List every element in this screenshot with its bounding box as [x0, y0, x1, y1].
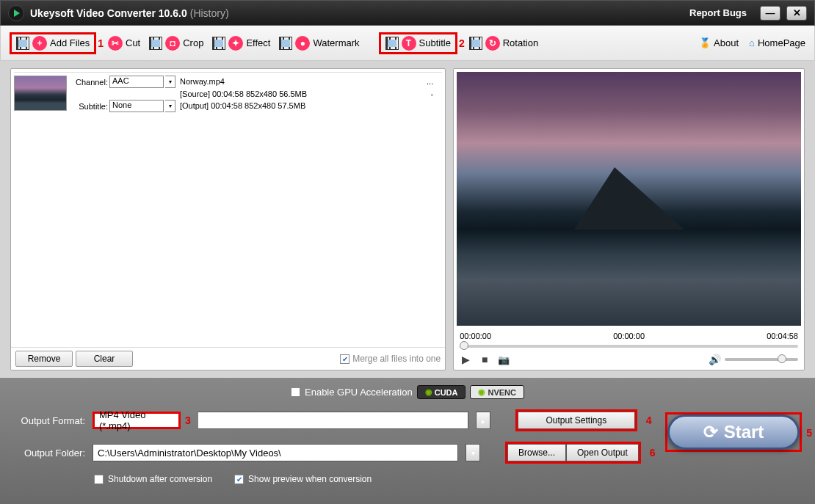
file-name: Norway.mp4 — [180, 76, 225, 88]
homepage-link[interactable]: ⌂ HomePage — [749, 37, 805, 48]
history-link[interactable]: (History) — [190, 7, 229, 19]
cut-button[interactable]: ✂ Cut — [104, 34, 145, 52]
remove-button[interactable]: Remove — [15, 351, 73, 367]
snapshot-button[interactable]: 📷 — [498, 354, 510, 365]
cuda-badge: ◉CUDA — [417, 385, 466, 399]
app-logo-icon — [8, 5, 24, 21]
scissors-icon: ✂ — [108, 36, 123, 51]
wand-icon: ✦ — [228, 36, 243, 51]
channel-label: Channel: — [71, 78, 108, 87]
time-mid: 00:00:00 — [613, 332, 645, 340]
subtitle-button[interactable]: T Subtitle — [379, 32, 457, 54]
volume-icon[interactable]: 🔊 — [709, 354, 720, 365]
close-button[interactable]: ✕ — [786, 6, 807, 21]
annotation-2: 2 — [459, 37, 465, 49]
time-current: 00:00:00 — [460, 332, 491, 340]
refresh-icon: ⟳ — [703, 422, 718, 442]
film-icon — [279, 37, 292, 50]
checkbox-icon: ✔ — [234, 475, 244, 484]
gpu-checkbox[interactable] — [291, 387, 300, 397]
rotate-icon: ↻ — [485, 36, 500, 51]
output-format-select[interactable]: MP4 Video (*.mp4) — [93, 412, 181, 429]
format-dropdown-button[interactable]: ▴ — [476, 412, 490, 429]
clear-button[interactable]: Clear — [76, 351, 133, 367]
output-format-label: Output Format: — [13, 415, 85, 426]
shutdown-checkbox[interactable]: Shutdown after conversion — [94, 474, 212, 484]
video-preview[interactable] — [457, 72, 801, 326]
gpu-label: Enable GPU Acceleration — [305, 387, 413, 398]
stop-button[interactable]: ■ — [479, 354, 490, 365]
add-files-button[interactable]: + Add Files — [10, 32, 96, 54]
titlebar: Ukeysoft Video Converter 10.6.0 (History… — [0, 0, 815, 26]
folder-dropdown-button[interactable]: ▾ — [466, 444, 480, 461]
film-icon — [385, 37, 399, 50]
annotation-5: 5 — [806, 427, 812, 439]
rotation-button[interactable]: ↻ Rotation — [465, 34, 543, 52]
start-button[interactable]: ⟳ Start — [667, 414, 800, 450]
file-options-button[interactable]: ... — [427, 76, 442, 88]
drop-icon: ● — [295, 36, 310, 51]
text-icon: T — [402, 36, 416, 51]
time-total: 00:04:58 — [767, 332, 798, 340]
volume-slider[interactable] — [725, 358, 798, 361]
film-icon — [16, 37, 29, 50]
add-files-label: Add Files — [50, 37, 90, 48]
merge-checkbox[interactable]: ✔ Merge all files into one — [340, 354, 441, 364]
seek-slider[interactable] — [460, 345, 798, 348]
show-preview-checkbox[interactable]: ✔ Show preview when conversion — [234, 474, 372, 484]
film-icon — [469, 37, 482, 50]
report-bugs-link[interactable]: Report Bugs — [689, 7, 747, 18]
output-settings-button[interactable]: Output Settings — [518, 412, 635, 429]
effect-button[interactable]: ✦ Effect — [208, 34, 275, 52]
film-icon — [149, 37, 162, 50]
output-panel: Enable GPU Acceleration ◉CUDA ◉NVENC Out… — [0, 378, 815, 504]
film-icon — [212, 37, 225, 50]
annotation-4: 4 — [646, 414, 652, 426]
nvenc-badge: ◉NVENC — [470, 385, 524, 399]
crop-button[interactable]: ◘ Crop — [145, 34, 208, 52]
minimize-button[interactable]: — — [760, 6, 780, 21]
about-link[interactable]: 🏅 About — [699, 37, 739, 48]
output-folder-input[interactable]: C:\Users\Administrator\Desktop\My Videos… — [93, 444, 458, 461]
toolbar: + Add Files 1 ✂ Cut ◘ Crop ✦ Effect ● Wa… — [0, 26, 815, 61]
annotation-1: 1 — [98, 37, 104, 49]
channel-select[interactable]: AAC — [109, 76, 164, 88]
play-button[interactable]: ▶ — [460, 354, 471, 365]
source-info: [Source] 00:04:58 852x480 56.5MB — [180, 88, 307, 101]
open-output-button[interactable]: Open Output — [566, 444, 639, 461]
medal-icon: 🏅 — [699, 37, 711, 48]
crop-icon: ◘ — [165, 36, 180, 51]
checkbox-icon — [94, 475, 104, 484]
annotation-3: 3 — [185, 414, 191, 426]
file-row[interactable]: Channel: AAC ▾ Subtitle: None ▾ Norway.m… — [14, 72, 442, 115]
output-info: [Output] 00:04:58 852x480 57.5MB — [180, 100, 442, 112]
preview-panel: 00:00:00 00:00:00 00:04:58 ▶ ■ 📷 🔊 — [453, 68, 805, 370]
video-thumbnail — [14, 76, 67, 111]
file-list-panel: Channel: AAC ▾ Subtitle: None ▾ Norway.m… — [10, 68, 446, 370]
subtitle-select[interactable]: None — [109, 100, 164, 112]
home-icon: ⌂ — [749, 37, 755, 48]
dash: - — [431, 88, 443, 101]
annotation-6: 6 — [650, 447, 656, 459]
checkbox-icon: ✔ — [340, 354, 349, 364]
output-folder-label: Output Folder: — [13, 448, 85, 459]
watermark-button[interactable]: ● Watermark — [275, 34, 363, 52]
chevron-down-icon[interactable]: ▾ — [165, 76, 175, 88]
browse-button[interactable]: Browse... — [507, 444, 566, 461]
plus-icon: + — [32, 36, 47, 51]
chevron-down-icon[interactable]: ▾ — [165, 100, 175, 112]
subtitle-label: Subtitle: — [71, 102, 108, 111]
app-title: Ukeysoft Video Converter 10.6.0 — [30, 7, 187, 19]
